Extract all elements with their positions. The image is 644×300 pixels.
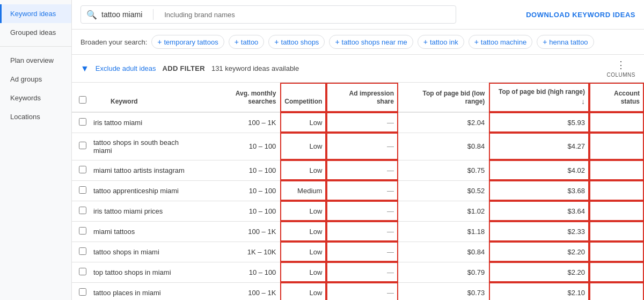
avg-monthly-cell: 10 – 100 [202, 262, 280, 282]
sidebar: Keyword ideas Grouped ideas Plan overvie… [0, 0, 72, 300]
table-row: top tattoo shops in miami 10 – 100 Low —… [72, 262, 644, 282]
ad-impression-cell: — [326, 221, 398, 242]
row-checkbox-cell[interactable] [72, 133, 89, 160]
sidebar-divider [0, 46, 71, 47]
row-checkbox-cell[interactable] [72, 242, 89, 262]
top-page-low-cell: $0.52 [398, 180, 489, 201]
header-top-page-high[interactable]: Top of page bid (high range) ↓ [489, 83, 589, 112]
top-page-low-cell: $0.84 [398, 242, 489, 262]
top-page-low-cell: $0.73 [398, 282, 489, 300]
chip-label: tattoo shops [281, 38, 319, 46]
row-checkbox-cell[interactable] [72, 160, 89, 180]
header-account-status: Account status [589, 83, 644, 112]
brand-names-label: Including brand names [164, 11, 235, 19]
exclude-adult-link[interactable]: Exclude adult ideas [96, 64, 156, 72]
row-checkbox[interactable] [79, 118, 86, 126]
competition-cell: Low [280, 133, 326, 160]
broaden-chip-tattoo-shops[interactable]: + tattoo shops [268, 35, 325, 49]
broaden-chip-tattoo-shops-near-me[interactable]: + tattoo shops near me [329, 35, 413, 49]
main-content: 🔍 tattoo miami Including brand names DOW… [72, 0, 644, 300]
competition-cell: Low [280, 201, 326, 221]
broaden-chip-temporary-tattoos[interactable]: + temporary tattoos [151, 35, 224, 49]
columns-button[interactable]: ⋮ COLUMNS [606, 59, 635, 78]
filter-icon: ▼ [80, 64, 89, 74]
keyword-cell: miami tattoo artists instagram [89, 160, 202, 180]
competition-cell: Low [280, 282, 326, 300]
table-row: tattoo places in miami 100 – 1K Low — $0… [72, 282, 644, 300]
table-header-row: Keyword Avg. monthly searches Competitio… [72, 83, 644, 112]
top-page-high-cell: $5.93 [489, 112, 589, 133]
row-checkbox-cell[interactable] [72, 221, 89, 242]
top-page-low-cell: $1.18 [398, 221, 489, 242]
sidebar-item-keywords[interactable]: Keywords [0, 89, 71, 107]
row-checkbox-cell[interactable] [72, 282, 89, 300]
competition-cell: Low [280, 112, 326, 133]
table-row: tattoo shops in miami 1K – 10K Low — $0.… [72, 242, 644, 262]
avg-monthly-cell: 100 – 1K [202, 282, 280, 300]
chip-label: tattoo ink [430, 38, 458, 46]
top-page-high-cell: $3.68 [489, 180, 589, 201]
account-status-cell [589, 242, 644, 262]
ad-impression-cell: — [326, 262, 398, 282]
table-row: tattoo apprenticeship miami 10 – 100 Med… [72, 180, 644, 201]
competition-cell: Medium [280, 180, 326, 201]
add-filter-button[interactable]: ADD FILTER [163, 64, 205, 72]
account-status-cell [589, 112, 644, 133]
search-box[interactable]: 🔍 tattoo miami Including brand names [80, 5, 456, 24]
broaden-chip-tattoo-machine[interactable]: + tattoo machine [469, 35, 532, 49]
broaden-chip-henna-tattoo[interactable]: + henna tattoo [537, 35, 594, 49]
broaden-chip-tattoo-ink[interactable]: + tattoo ink [418, 35, 464, 49]
top-page-high-cell: $3.64 [489, 201, 589, 221]
broaden-chip-tattoo[interactable]: + tattoo [229, 35, 265, 49]
row-checkbox-cell[interactable] [72, 112, 89, 133]
avg-monthly-cell: 1K – 10K [202, 242, 280, 262]
chip-label: henna tattoo [549, 38, 588, 46]
top-page-low-cell: $0.79 [398, 262, 489, 282]
broaden-label: Broaden your search: [80, 38, 147, 46]
account-status-cell [589, 201, 644, 221]
table-row: miami tattoos 100 – 1K Low — $1.18 $2.33 [72, 221, 644, 242]
keyword-count: 131 keyword ideas available [211, 64, 299, 72]
plus-icon: + [423, 38, 428, 46]
row-checkbox-cell[interactable] [72, 201, 89, 221]
avg-monthly-cell: 100 – 1K [202, 112, 280, 133]
sidebar-item-locations[interactable]: Locations [0, 107, 71, 126]
sidebar-item-plan-overview[interactable]: Plan overview [0, 51, 71, 70]
ad-impression-cell: — [326, 133, 398, 160]
row-checkbox[interactable] [79, 288, 86, 296]
row-checkbox[interactable] [79, 227, 86, 235]
sidebar-item-ad-groups[interactable]: Ad groups [0, 70, 71, 89]
header-competition[interactable]: Competition [280, 83, 326, 112]
table-wrapper: Keyword Avg. monthly searches Competitio… [72, 83, 644, 300]
keyword-cell: tattoo places in miami [89, 282, 202, 300]
plus-icon: + [474, 38, 479, 46]
row-checkbox[interactable] [79, 142, 86, 149]
row-checkbox[interactable] [79, 268, 86, 275]
row-checkbox[interactable] [79, 247, 86, 255]
columns-icon: ⋮ [616, 59, 626, 71]
header-keyword: Keyword [89, 83, 202, 112]
select-all-checkbox[interactable] [79, 96, 86, 104]
avg-monthly-cell: 100 – 1K [202, 221, 280, 242]
header-avg-monthly: Avg. monthly searches [202, 83, 280, 112]
keyword-cell: miami tattoos [89, 221, 202, 242]
row-checkbox[interactable] [79, 207, 86, 214]
top-bar: 🔍 tattoo miami Including brand names DOW… [72, 0, 644, 30]
row-checkbox-cell[interactable] [72, 180, 89, 201]
ad-impression-cell: — [326, 282, 398, 300]
search-input[interactable]: tattoo miami [101, 10, 142, 19]
row-checkbox[interactable] [79, 166, 86, 173]
header-ad-impression[interactable]: Ad impression share [326, 83, 398, 112]
avg-monthly-cell: 10 – 100 [202, 160, 280, 180]
chip-label: tattoo shops near me [342, 38, 407, 46]
ad-impression-cell: — [326, 160, 398, 180]
row-checkbox-cell[interactable] [72, 262, 89, 282]
account-status-cell [589, 221, 644, 242]
header-checkbox-cell[interactable] [72, 83, 89, 112]
sidebar-item-keyword-ideas[interactable]: Keyword ideas [0, 4, 71, 23]
header-top-page-low: Top of page bid (low range) [398, 83, 489, 112]
download-button[interactable]: DOWNLOAD KEYWORD IDEAS [526, 11, 635, 19]
row-checkbox[interactable] [79, 186, 86, 194]
ad-impression-cell: — [326, 201, 398, 221]
sidebar-item-grouped-ideas[interactable]: Grouped ideas [0, 23, 71, 42]
